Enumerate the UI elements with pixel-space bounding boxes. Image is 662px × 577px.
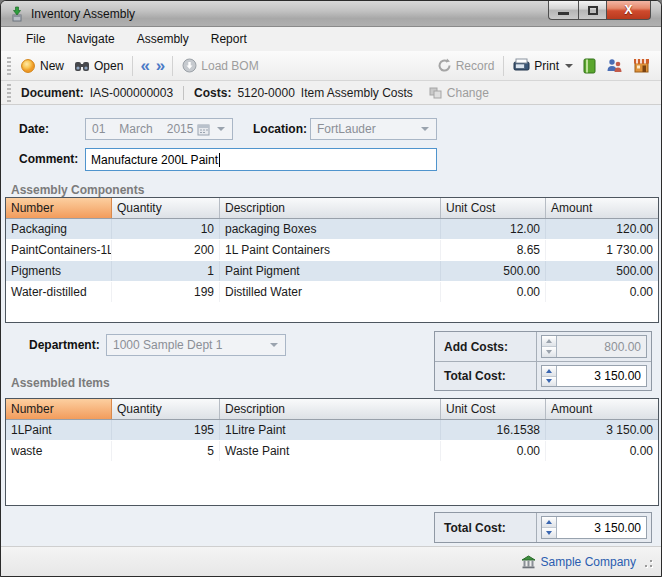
menu-assembly[interactable]: Assembly bbox=[126, 29, 200, 49]
assembly-components-title: Assembly Components bbox=[11, 183, 144, 197]
table-row[interactable]: 1LPaint 195 1Litre Paint 16.1538 3 150.0… bbox=[6, 420, 658, 441]
load-bom-icon bbox=[182, 58, 197, 73]
location-dropdown-caret bbox=[421, 127, 429, 131]
components-header-row: Number Quantity Description Unit Cost Am… bbox=[6, 198, 658, 219]
column-header-description[interactable]: Description bbox=[220, 198, 441, 218]
record-icon bbox=[437, 58, 452, 73]
department-dropdown-caret bbox=[270, 343, 278, 347]
add-costs-field: 800.00 bbox=[541, 335, 647, 358]
column-header-description[interactable]: Description bbox=[220, 399, 441, 419]
print-icon bbox=[513, 58, 530, 73]
date-dropdown-caret bbox=[217, 127, 225, 131]
add-costs-label: Add Costs: bbox=[435, 332, 537, 361]
company-icon bbox=[521, 555, 536, 569]
company-setup-button[interactable] bbox=[628, 55, 655, 76]
empty-rows-area bbox=[6, 462, 658, 505]
record-button: Record bbox=[432, 55, 500, 76]
total-cost-spinner[interactable] bbox=[542, 366, 557, 386]
assembled-header-row: Number Quantity Description Unit Cost Am… bbox=[6, 399, 658, 420]
new-button[interactable]: New bbox=[15, 55, 69, 77]
table-row[interactable]: Pigments 1 Paint Pigment 500.00 500.00 bbox=[6, 261, 658, 282]
close-button[interactable]: X bbox=[607, 1, 651, 20]
spin-up-button[interactable] bbox=[542, 517, 556, 527]
column-header-amount[interactable]: Amount bbox=[546, 399, 658, 419]
close-icon: X bbox=[624, 3, 632, 17]
table-row[interactable]: waste 5 Waste Paint 0.00 0.00 bbox=[6, 441, 658, 462]
notes-button[interactable] bbox=[578, 55, 601, 77]
navigate-next-button[interactable]: » bbox=[153, 57, 168, 75]
total-cost-label: Total Cost: bbox=[435, 362, 537, 390]
store-icon bbox=[633, 58, 650, 73]
empty-rows-area bbox=[6, 303, 658, 322]
bottom-total-label: Total Cost: bbox=[435, 513, 537, 542]
load-bom-button: Load BOM bbox=[177, 55, 263, 76]
divider bbox=[183, 86, 184, 100]
toolbar-grip[interactable] bbox=[7, 57, 11, 75]
costs-box: Add Costs: 800.00 Total Cost: 3 150 bbox=[434, 331, 652, 391]
spin-down-button bbox=[542, 346, 556, 357]
titlebar[interactable]: Inventory Assembly X bbox=[1, 1, 661, 27]
new-icon bbox=[20, 58, 36, 74]
table-row[interactable]: PaintContainers-1L 200 1L Paint Containe… bbox=[6, 240, 658, 261]
assembled-items-table: Number Quantity Description Unit Cost Am… bbox=[5, 398, 659, 506]
menu-bar: File Navigate Assembly Report bbox=[1, 27, 661, 51]
change-button: Change bbox=[429, 86, 489, 100]
bottom-total-spinner[interactable] bbox=[542, 517, 557, 538]
costs-description: Item Assembly Costs bbox=[301, 86, 413, 100]
bottom-total-box: Total Cost: 3 150.00 bbox=[434, 512, 652, 543]
company-name[interactable]: Sample Company bbox=[541, 555, 636, 569]
menu-navigate[interactable]: Navigate bbox=[56, 29, 125, 49]
costs-account: 5120-0000 bbox=[237, 86, 294, 100]
spin-down-button[interactable] bbox=[542, 376, 556, 387]
toolbar: New Open « » Load BOM bbox=[1, 51, 661, 81]
add-costs-spinner bbox=[542, 336, 557, 357]
comment-label: Comment: bbox=[19, 152, 78, 166]
spin-up-button[interactable] bbox=[542, 366, 556, 376]
resize-grip[interactable] bbox=[641, 556, 653, 568]
status-bar: Sample Company bbox=[1, 546, 661, 576]
menu-report[interactable]: Report bbox=[200, 29, 258, 49]
table-row[interactable]: Water-distilled 199 Distilled Water 0.00… bbox=[6, 282, 658, 303]
users-icon bbox=[606, 58, 623, 73]
calendar-icon bbox=[197, 123, 210, 136]
column-header-unit-cost[interactable]: Unit Cost bbox=[441, 399, 546, 419]
users-button[interactable] bbox=[601, 55, 628, 76]
print-dropdown-caret[interactable] bbox=[565, 64, 573, 68]
date-label: Date: bbox=[19, 122, 49, 136]
location-select: FortLauder bbox=[310, 118, 437, 140]
spin-down-button[interactable] bbox=[542, 527, 556, 538]
maximize-button[interactable] bbox=[578, 1, 607, 20]
department-select: 1000 Sample Dept 1 bbox=[106, 334, 286, 356]
column-header-amount[interactable]: Amount bbox=[546, 198, 658, 218]
comment-value: Manufacture 200L Paint bbox=[91, 153, 218, 167]
column-header-number[interactable]: Number bbox=[6, 399, 112, 419]
menu-file[interactable]: File bbox=[15, 29, 56, 49]
print-button[interactable]: Print bbox=[508, 55, 578, 76]
document-number: IAS-000000003 bbox=[90, 86, 173, 100]
table-row[interactable]: Packaging 10 packaging Boxes 12.00 120.0… bbox=[6, 219, 658, 240]
column-header-quantity[interactable]: Quantity bbox=[112, 198, 220, 218]
navigate-previous-button[interactable]: « bbox=[137, 57, 152, 75]
assembly-components-table: Number Quantity Description Unit Cost Am… bbox=[5, 197, 659, 323]
minimize-icon bbox=[558, 12, 569, 15]
bottom-total-field[interactable]: 3 150.00 bbox=[541, 516, 647, 539]
form-content: Date: 01 March 2015 Location: FortLauder… bbox=[1, 105, 661, 546]
date-picker: 01 March 2015 bbox=[85, 118, 233, 140]
column-header-quantity[interactable]: Quantity bbox=[112, 399, 220, 419]
app-icon bbox=[9, 6, 25, 22]
comment-input[interactable]: Manufacture 200L Paint bbox=[85, 148, 437, 171]
docbar-grip[interactable] bbox=[7, 84, 11, 102]
open-button[interactable]: Open bbox=[69, 55, 128, 77]
window-title: Inventory Assembly bbox=[31, 7, 135, 21]
inventory-assembly-window: Inventory Assembly X File Navigate Assem… bbox=[0, 0, 662, 577]
document-label: Document: bbox=[21, 86, 84, 100]
total-cost-field[interactable]: 3 150.00 bbox=[541, 365, 647, 387]
toolbar-separator bbox=[132, 56, 133, 76]
toolbar-separator bbox=[172, 56, 173, 76]
column-header-unit-cost[interactable]: Unit Cost bbox=[441, 198, 546, 218]
minimize-button[interactable] bbox=[548, 1, 578, 20]
column-header-number[interactable]: Number bbox=[6, 198, 112, 218]
toolbar-separator bbox=[503, 56, 504, 76]
costs-label: Costs: bbox=[194, 86, 231, 100]
maximize-icon bbox=[588, 6, 598, 15]
